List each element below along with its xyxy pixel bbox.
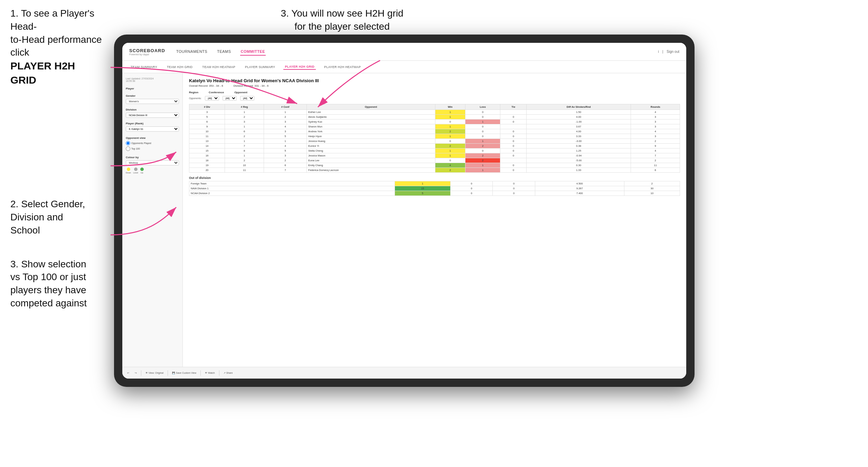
division-label: Division — [126, 108, 179, 111]
col-win: Win — [435, 104, 465, 110]
opponent-view-section: Opponent view Opponents Played Top 100 — [126, 136, 179, 151]
radio-opponents-played[interactable]: Opponents Played — [126, 141, 179, 145]
filter-conference: Conference — [209, 91, 224, 95]
player-rank-section: Player (Rank) 8. Katelyn Vo — [126, 122, 179, 132]
nav-committee[interactable]: COMMITTEE — [240, 48, 266, 56]
undo-btn[interactable]: ↩ — [126, 371, 131, 375]
instructions-left: 1. To see a Player's Head- to-Head perfo… — [0, 0, 114, 326]
out-table-row: Foreign Team 1 0 0 4.500 2 — [189, 181, 680, 186]
colour-by-select[interactable]: Win/loss — [126, 160, 179, 165]
sign-out-link[interactable]: Sign out — [667, 50, 679, 54]
out-of-division-header: Out of division — [189, 176, 680, 180]
legend-down-circle — [127, 168, 130, 171]
gender-label: Gender — [126, 94, 179, 97]
toolbar: ↩ ↪ 👁 View: Original 💾 Save Custom View … — [122, 367, 686, 379]
table-row: 3 1 1 Esther Lee 1 0 1.50 4 — [189, 110, 680, 115]
legend-up-circle — [140, 168, 144, 171]
sub-nav-team-h2h-grid[interactable]: TEAM H2H GRID — [166, 65, 194, 69]
step3a-text: 3. Show selection vs Top 100 or just pla… — [10, 258, 104, 310]
save-icon: 💾 — [172, 372, 175, 374]
table-row: 15 8 5 Stella Cheng 1 0 0 1.25 4 — [189, 149, 680, 153]
overall-record: Overall Record: 353 - 34 - 6 — [189, 84, 223, 87]
grid-title: Katelyn Vo Head-to-Head Grid for Women's… — [189, 78, 680, 83]
nav-bar: SCOREBOARD Powered by clippd TOURNAMENTS… — [122, 43, 686, 61]
col-tie: Tie — [500, 104, 527, 110]
filter-region-select[interactable]: (All) — [205, 96, 219, 101]
radio-top100[interactable]: Top 100 — [126, 146, 179, 151]
filter-section: Region Conference Opponent Opponents: (A… — [189, 91, 680, 101]
out-table-row: NAIA Division 1 15 0 0 9.267 30 — [189, 186, 680, 191]
watch-icon: 👁 — [205, 372, 207, 374]
toolbar-divider-3 — [200, 370, 201, 376]
instruction-step1: 1. To see a Player's Head- to-Head perfo… — [10, 7, 104, 87]
opponents-label: Opponents: — [189, 97, 201, 99]
out-division-table: Foreign Team 1 0 0 4.500 2 NAIA Division… — [189, 181, 680, 196]
nav-tournaments[interactable]: TOURNAMENTS — [176, 48, 208, 56]
sub-nav-player-summary[interactable]: PLAYER SUMMARY — [244, 65, 276, 69]
step3b-text: 3. You will now see H2H grid for the pla… — [276, 7, 408, 33]
division-section: Division NCAA Division III — [126, 108, 179, 118]
nav-teams[interactable]: TEAMS — [216, 48, 232, 56]
colour-by-label: Colour by — [126, 156, 179, 159]
division-select[interactable]: NCAA Division III — [126, 113, 179, 118]
separator: | — [662, 50, 663, 54]
player-section: Player — [126, 87, 179, 90]
view-original-btn[interactable]: 👁 View: Original — [144, 371, 165, 375]
table-row: 14 7 4 Eunice Yi 2 2 0 0.38 9 — [189, 144, 680, 149]
player-rank-select[interactable]: 8. Katelyn Vo — [126, 126, 179, 132]
filter-region: Region — [189, 91, 198, 95]
legend-level: Level — [133, 168, 138, 174]
player-label: Player — [126, 87, 179, 90]
share-icon: ↗ — [224, 372, 226, 374]
h2h-table: # Div # Reg # Conf Opponent Win Loss Tie… — [189, 104, 680, 173]
radio-group: Opponents Played Top 100 — [126, 141, 179, 151]
nav-links: TOURNAMENTS TEAMS COMMITTEE — [176, 48, 658, 56]
sub-nav-team-h2h-heatmap[interactable]: TEAM H2H HEATMAP — [201, 65, 237, 69]
sub-nav-player-h2h-heatmap[interactable]: PLAYER H2H HEATMAP — [323, 65, 362, 69]
out-table-row: NCAA Division 2 5 0 0 7.400 10 — [189, 191, 680, 196]
player-rank-label: Player (Rank) — [126, 122, 179, 125]
col-rounds: Rounds — [631, 104, 680, 110]
gender-select[interactable]: Women's — [126, 99, 179, 104]
sub-nav-team-summary[interactable]: TEAM SUMMARY — [129, 65, 159, 69]
col-opponent: Opponent — [307, 104, 435, 110]
logo-title: SCOREBOARD — [129, 48, 165, 53]
watch-btn[interactable]: 👁 Watch — [204, 371, 216, 375]
save-custom-view-btn[interactable]: 💾 Save Custom View — [171, 371, 198, 375]
record-row: Overall Record: 353 - 34 - 6 Division Re… — [189, 84, 680, 87]
redo-btn[interactable]: ↪ — [133, 371, 138, 375]
table-row: 10 6 3 Andrea York 2 0 0 4.00 4 — [189, 129, 680, 134]
legend-level-circle — [134, 168, 138, 171]
filter-conference-select[interactable]: (All) — [223, 96, 237, 101]
tablet-screen: SCOREBOARD Powered by clippd TOURNAMENTS… — [122, 43, 686, 379]
table-row: 13 1 1 Jessica Huang 0 1 0 -3.00 2 — [189, 139, 680, 144]
sub-nav-player-h2h-grid[interactable]: PLAYER H2H GRID — [283, 64, 316, 70]
legend-items: Down Level Up — [126, 168, 179, 174]
opponent-view-label: Opponent view — [126, 136, 179, 140]
table-row: 19 10 6 Emily Chang 4 1 0 0.30 11 — [189, 163, 680, 168]
table-row: 5 2 2 Alexis Sudjianto 1 0 0 4.00 3 — [189, 115, 680, 120]
step2-text: 2. Select Gender, Division and School — [10, 198, 104, 237]
gender-section: Gender Women's — [126, 94, 179, 104]
col-loss: Loss — [465, 104, 500, 110]
table-row: 9 1 4 Sharon Mun 1 0 3.67 3 — [189, 124, 680, 129]
table-row: 18 2 2 Euna Lee 0 2 -5.00 2 — [189, 158, 680, 163]
toolbar-divider-4 — [219, 370, 219, 376]
step1-text: 1. To see a Player's Head- to-Head perfo… — [10, 7, 104, 87]
instruction-step2: 2. Select Gender, Division and School — [10, 198, 104, 237]
col-diff: Diff Av Strokes/Rnd — [526, 104, 631, 110]
table-row: 20 11 7 Federica Domecq Lacroze 2 1 0 1.… — [189, 168, 680, 173]
user-icon: i — [658, 50, 659, 54]
share-btn[interactable]: ↗ Share — [222, 371, 234, 375]
tablet-device: SCOREBOARD Powered by clippd TOURNAMENTS… — [114, 35, 695, 387]
radio-input-opponents[interactable] — [126, 141, 130, 145]
right-main: Katelyn Vo Head-to-Head Grid for Women's… — [183, 73, 686, 367]
filter-opponent-select[interactable]: (All) — [240, 96, 254, 101]
col-div: # Div — [189, 104, 225, 110]
timestamp: Last Updated: 27/03/2024 16:55:38 — [126, 77, 179, 82]
filter-opponent: Opponent — [234, 91, 247, 95]
logo-sub: Powered by clippd — [129, 53, 165, 56]
radio-input-top100[interactable] — [126, 146, 130, 151]
toolbar-divider-1 — [141, 370, 141, 376]
table-row: 6 3 3 Sydney Kuo 0 1 0 -1.00 3 — [189, 120, 680, 124]
